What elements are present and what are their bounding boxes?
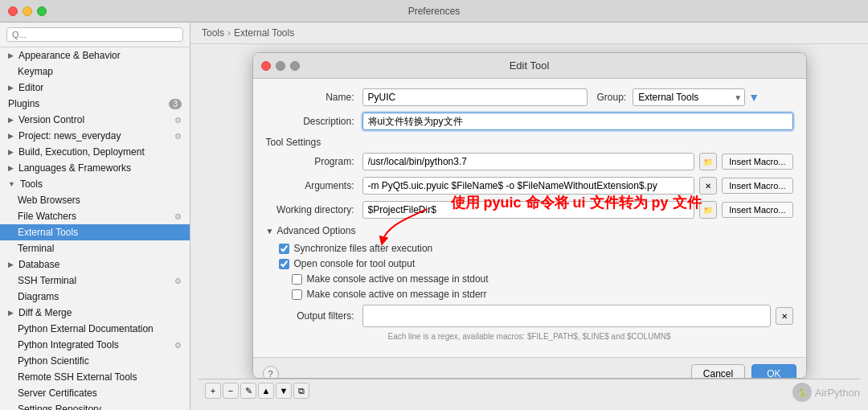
advanced-options-header[interactable]: ▼ Advanced Options [266, 225, 793, 236]
arguments-input-group: ✕ [362, 177, 718, 195]
console-stderr-checkbox[interactable] [292, 289, 302, 300]
sidebar-item-plugins[interactable]: Plugins3 [0, 96, 190, 112]
python-integrated-tools-config-icon: ⚙ [174, 341, 182, 350]
open-console-checkbox[interactable] [279, 259, 289, 269]
help-button[interactable]: ? [263, 366, 279, 379]
python-external-doc-label: Python External Documentation [18, 323, 154, 334]
group-label: Group: [597, 92, 627, 103]
file-watchers-label: File Watchers [18, 211, 76, 222]
working-dir-input[interactable] [362, 201, 695, 219]
output-filters-input[interactable] [362, 305, 771, 327]
file-watchers-config-icon: ⚙ [174, 212, 182, 221]
working-dir-input-group: 📁 [362, 201, 718, 219]
advanced-options-arrow-icon: ▼ [266, 227, 274, 236]
console-stdout-label: Make console active on message in stdout [307, 273, 489, 285]
search-input[interactable] [6, 27, 183, 42]
name-input[interactable] [362, 88, 588, 106]
sidebar-item-tools[interactable]: ▼Tools [0, 176, 190, 192]
sidebar-item-keymap[interactable]: Keymap [0, 64, 190, 80]
breadcrumb-external-tools[interactable]: External Tools [234, 27, 294, 39]
diff-merge-label: Diff & Merge [18, 307, 72, 318]
sidebar-item-python-external-doc[interactable]: Python External Documentation [0, 321, 190, 337]
open-console-row: Open console for tool output [266, 258, 793, 269]
working-dir-browse-button[interactable]: 📁 [699, 201, 717, 219]
version-control-label: Version Control [18, 114, 84, 125]
copy-button[interactable]: ⧉ [293, 383, 309, 399]
output-filters-row: Output filters: ✕ [266, 305, 793, 327]
web-browsers-label: Web Browsers [18, 195, 80, 206]
sidebar-item-database[interactable]: ▶Database [0, 256, 190, 273]
edit-tool-dialog: Edit Tool Name: Group: External Tools ▼ [252, 52, 807, 379]
dialog-minimize-button [276, 61, 285, 71]
arguments-clear-button[interactable]: ✕ [699, 177, 717, 195]
program-insert-macro-button[interactable]: Insert Macro... [722, 154, 792, 170]
arguments-insert-macro-button[interactable]: Insert Macro... [722, 178, 792, 194]
project-label: Project: news_everyday [18, 130, 121, 141]
dialog-footer: ? Cancel OK [253, 357, 806, 379]
remote-ssh-label: Remote SSH External Tools [18, 371, 137, 383]
group-select[interactable]: External Tools [633, 88, 745, 106]
output-filters-clear-button[interactable]: ✕ [776, 307, 793, 325]
sidebar-item-web-browsers[interactable]: Web Browsers [0, 192, 190, 208]
content-area: Tools › External Tools Edit Tool [190, 23, 868, 410]
project-arrow-icon: ▶ [8, 132, 14, 140]
external-tools-label: External Tools [18, 227, 78, 238]
sidebar-item-project[interactable]: ▶Project: news_everyday⚙ [0, 128, 190, 144]
sidebar-item-settings-repository[interactable]: Settings Repository [0, 401, 190, 410]
footer-buttons: Cancel OK [691, 364, 796, 379]
sidebar-item-ssh-terminal[interactable]: SSH Terminal⚙ [0, 273, 190, 289]
arguments-label: Arguments: [266, 180, 362, 191]
output-filters-label: Output filters: [266, 310, 362, 322]
sidebar-item-server-certificates[interactable]: Server Certificates [0, 385, 190, 401]
sidebar-item-editor[interactable]: ▶Editor [0, 80, 190, 96]
sidebar-item-python-scientific[interactable]: Python Scientific [0, 353, 190, 369]
plugins-badge: 3 [169, 99, 182, 109]
minimize-button[interactable] [23, 6, 32, 16]
advanced-options-title: Advanced Options [276, 225, 355, 236]
edit-button[interactable]: ✎ [240, 383, 256, 399]
sidebar-item-python-integrated-tools[interactable]: Python Integrated Tools⚙ [0, 337, 190, 353]
sidebar-item-external-tools[interactable]: External Tools [0, 224, 190, 240]
description-input[interactable] [362, 113, 793, 130]
editor-arrow-icon: ▶ [8, 84, 14, 92]
sidebar-item-build[interactable]: ▶Build, Execution, Deployment [0, 144, 190, 160]
sidebar-item-diff-merge[interactable]: ▶Diff & Merge [0, 305, 190, 321]
traffic-lights [8, 6, 47, 16]
group-dropdown-icon[interactable]: ▼ [748, 91, 760, 104]
close-button[interactable] [8, 6, 18, 16]
sidebar-item-appearance-behavior[interactable]: ▶Appearance & Behavior [0, 47, 190, 64]
sidebar-item-version-control[interactable]: ▶Version Control⚙ [0, 112, 190, 128]
working-dir-insert-macro-button[interactable]: Insert Macro... [722, 202, 792, 218]
program-input[interactable] [362, 153, 695, 170]
sidebar-item-terminal[interactable]: Terminal [0, 240, 190, 256]
breadcrumb-tools[interactable]: Tools [202, 27, 224, 39]
ok-button[interactable]: OK [751, 364, 796, 379]
arguments-input[interactable] [362, 177, 695, 195]
main-container: ▶Appearance & BehaviorKeymap▶EditorPlugi… [0, 23, 868, 410]
sidebar-item-languages[interactable]: ▶Languages & Frameworks [0, 160, 190, 176]
cancel-button[interactable]: Cancel [691, 364, 745, 379]
diagrams-label: Diagrams [18, 291, 59, 302]
sync-files-checkbox[interactable] [279, 244, 289, 254]
bottom-toolbar: + − ✎ ▲ ▼ ⧉ [199, 379, 860, 402]
breadcrumb: Tools › External Tools [190, 23, 868, 44]
plugins-label: Plugins [8, 98, 39, 109]
program-browse-button[interactable]: 📁 [699, 153, 717, 170]
dialog-close-button[interactable] [261, 61, 271, 71]
sidebar-item-file-watchers[interactable]: File Watchers⚙ [0, 208, 190, 224]
ssh-terminal-config-icon: ⚙ [174, 277, 182, 285]
move-down-button[interactable]: ▼ [276, 383, 292, 399]
maximize-button[interactable] [37, 6, 47, 16]
move-up-button[interactable]: ▲ [258, 383, 274, 399]
version-control-arrow-icon: ▶ [8, 116, 14, 124]
remove-button[interactable]: − [223, 383, 239, 399]
add-button[interactable]: + [205, 383, 221, 399]
console-stdout-checkbox[interactable] [292, 274, 302, 285]
sidebar-item-diagrams[interactable]: Diagrams [0, 289, 190, 305]
ssh-terminal-label: SSH Terminal [18, 275, 76, 286]
tools-label: Tools [20, 178, 43, 190]
dialog-container: Edit Tool Name: Group: External Tools ▼ [190, 44, 868, 410]
sidebar-item-remote-ssh[interactable]: Remote SSH External Tools [0, 369, 190, 385]
make-console-stderr-row: Make console active on message in stderr [266, 289, 793, 300]
advanced-options-container: ▼ Advanced Options [266, 225, 793, 300]
